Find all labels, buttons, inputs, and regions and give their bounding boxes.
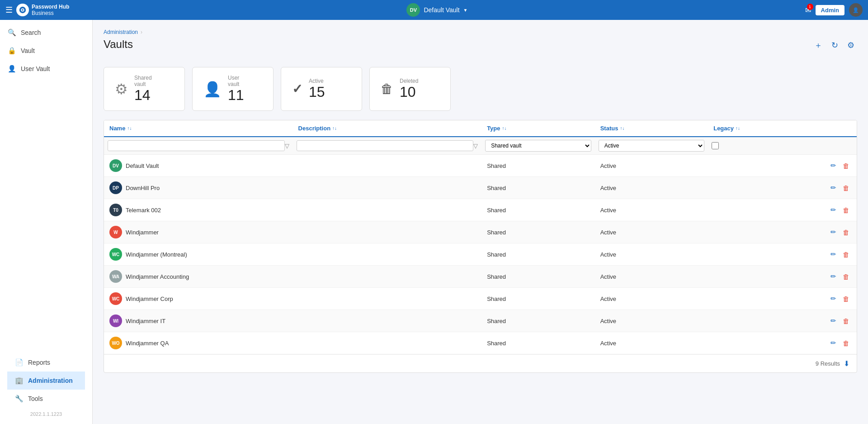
td-status: Active [595,221,708,243]
td-actions: ✏ 🗑 [802,243,857,265]
td-actions: ✏ 🗑 [802,332,857,354]
stat-card-deleted[interactable]: 🗑 Deleted 10 [369,67,451,111]
breadcrumb-separator: › [141,29,142,35]
deleted-label: Deleted [400,78,418,84]
search-icon: 🔍 [7,28,16,37]
td-actions: ✏ 🗑 [802,177,857,199]
filter-description-button[interactable]: ▽ [473,143,478,149]
filter-actions-cell [802,137,857,154]
td-description [293,243,482,265]
table-body: DV Default Vault Shared Active ✏ 🗑 DP Do… [104,155,857,354]
table-footer: 9 Results ⬇ [104,354,857,372]
col-name[interactable]: Name ↑↓ [104,120,293,136]
edit-button[interactable]: ✏ [829,272,838,281]
sidebar-item-administration[interactable]: 🏢 Administration [7,372,85,390]
vault-icon: 🔒 [7,46,16,55]
delete-button[interactable]: 🗑 [841,272,851,281]
delete-button[interactable]: 🗑 [841,338,851,348]
td-description [293,155,482,176]
td-actions: ✏ 🗑 [802,199,857,221]
table-row: WC Windjammer (Montreal) Shared Active ✏… [104,243,857,266]
vault-selector[interactable]: DV Default Vault ▼ [406,3,467,17]
sidebar-label-vault: Vault [21,47,35,54]
td-status: Active [595,177,708,199]
top-actions: ＋ ↻ ⚙ [811,38,857,52]
table-row: WO Windjammer QA Shared Active ✏ 🗑 [104,332,857,354]
td-legacy [708,243,802,265]
brand-logo: Password HubBusiness [16,4,69,17]
vault-name-cell: DownHill Pro [126,185,160,191]
filter-legacy-cell [708,137,802,154]
col-legacy[interactable]: Legacy ↑↓ [708,120,802,136]
page-title: Vaults [104,38,133,51]
vault-badge: WI [109,314,122,327]
delete-button[interactable]: 🗑 [841,316,851,326]
filter-description-input[interactable] [297,140,474,151]
edit-button[interactable]: ✏ [829,316,838,326]
shared-vault-value: 14 [134,87,152,103]
td-name: WC Windjammer (Montreal) [104,243,293,265]
sidebar-label-tools: Tools [28,395,43,402]
vault-name: Default Vault [424,6,459,14]
user-avatar[interactable]: 👤 [849,3,863,17]
td-legacy [708,266,802,287]
edit-button[interactable]: ✏ [829,161,838,171]
admin-button[interactable]: Admin [816,5,844,15]
filter-type-select[interactable]: Shared vault User vault [485,140,591,152]
edit-button[interactable]: ✏ [829,183,838,193]
td-status: Active [595,266,708,287]
edit-button[interactable]: ✏ [829,227,838,237]
delete-button[interactable]: 🗑 [841,228,851,237]
td-description [293,332,482,354]
sort-status-icon: ↑↓ [620,126,624,131]
sort-name-icon: ↑↓ [127,126,132,131]
td-description [293,288,482,310]
stat-card-active[interactable]: ✓ Active 15 [281,67,362,111]
settings-button[interactable]: ⚙ [844,38,857,52]
sidebar-label-user-vault: User Vault [21,65,50,72]
table-row: WA Windjammer Accounting Shared Active ✏… [104,266,857,288]
edit-button[interactable]: ✏ [829,205,838,215]
edit-button[interactable]: ✏ [829,249,838,259]
add-button[interactable]: ＋ [811,38,825,52]
download-icon[interactable]: ⬇ [844,359,849,368]
notifications-button[interactable]: ✉ 1 [805,6,811,14]
stat-card-user-vault[interactable]: 👤 Uservault 11 [192,67,274,111]
edit-button[interactable]: ✏ [829,294,838,304]
delete-button[interactable]: 🗑 [841,183,851,193]
sidebar-item-user-vault[interactable]: 👤 User Vault [0,60,92,78]
col-type[interactable]: Type ↑↓ [481,120,595,136]
vault-badge: WA [109,270,122,283]
sidebar-item-vault[interactable]: 🔒 Vault [0,42,92,60]
sidebar-label-search: Search [21,29,41,36]
delete-button[interactable]: 🗑 [841,250,851,259]
edit-button[interactable]: ✏ [829,338,838,348]
td-legacy [708,199,802,221]
stat-card-shared-vault[interactable]: ⚙ Sharedvault 14 [104,67,185,111]
delete-button[interactable]: 🗑 [841,161,851,171]
active-icon: ✓ [292,81,302,96]
filter-name-button[interactable]: ▽ [285,143,289,149]
vault-name-cell: Windjammer [126,229,159,236]
delete-button[interactable]: 🗑 [841,205,851,215]
col-status[interactable]: Status ↑↓ [595,120,708,136]
td-status: Active [595,243,708,265]
svg-point-2 [22,9,24,11]
deleted-value: 10 [400,84,418,100]
breadcrumb-parent[interactable]: Administration [104,29,138,35]
filter-name-input[interactable] [108,140,285,151]
td-status: Active [595,310,708,332]
notification-badge: 1 [807,4,813,10]
hamburger-icon[interactable]: ☰ [5,5,13,15]
td-type: Shared [481,288,595,310]
sidebar-item-search[interactable]: 🔍 Search [0,24,92,42]
sidebar-item-tools[interactable]: 🔧 Tools [7,390,85,408]
refresh-button[interactable]: ↻ [829,38,841,52]
filter-status-select[interactable]: Active Deleted [599,140,705,152]
col-description[interactable]: Description ↑↓ [293,120,482,136]
filter-legacy-checkbox[interactable] [712,142,719,149]
main-content: Administration › Vaults ＋ ↻ ⚙ ⚙ Sharedva… [93,20,868,424]
delete-button[interactable]: 🗑 [841,294,851,304]
td-name: WI Windjammer IT [104,310,293,332]
sidebar-item-reports[interactable]: 📄 Reports [7,353,85,372]
